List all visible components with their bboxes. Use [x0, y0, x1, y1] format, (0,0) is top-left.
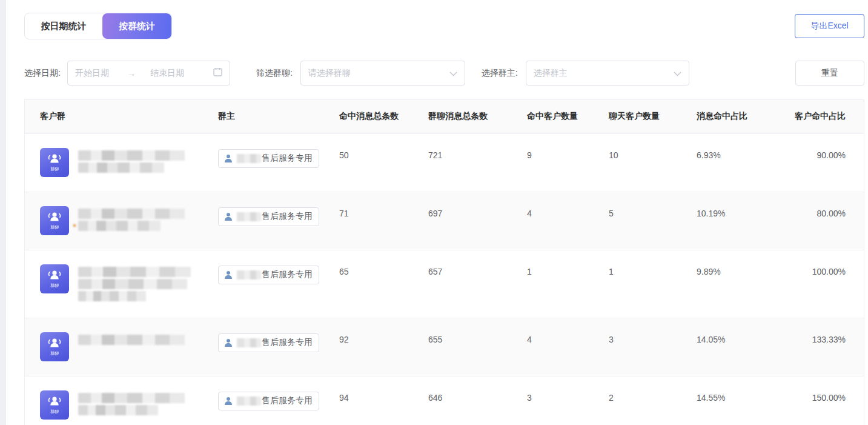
total-messages-value: 655	[428, 318, 527, 376]
owner-name-suffix: 售后服务专用	[262, 211, 313, 222]
redacted-text-line	[78, 405, 158, 415]
col-customer-hit-ratio: 客户命中占比	[781, 100, 864, 133]
owner-badge[interactable]: 售后服务专用	[218, 333, 319, 352]
group-chat-avatar-icon: 群聊	[40, 148, 69, 177]
table-row: 群聊 售后服务专用 50 721 9 10 6.93% 90.00%	[25, 133, 864, 192]
owner-badge[interactable]: 售后服务专用	[218, 207, 319, 226]
redacted-text-line	[78, 267, 191, 277]
export-excel-button[interactable]: 导出Excel	[795, 14, 864, 38]
tab-by-date[interactable]: 按日期统计	[25, 13, 102, 39]
customer-hit-ratio-value: 150.00%	[781, 376, 864, 425]
table-row: 群聊 售后服务专用 94 646 3 2 14.55% 150.00%	[25, 376, 864, 425]
table-row: 群聊 售后服务专用 92 655 4 3 14.05% 133.33%	[25, 318, 864, 376]
date-filter-label: 选择日期:	[24, 68, 61, 79]
avatar-label: 群聊	[50, 283, 59, 287]
hit-customers-value: 9	[527, 133, 609, 192]
message-hit-ratio-value: 14.55%	[697, 376, 781, 425]
group-owner-cell: 售后服务专用	[218, 133, 339, 192]
person-icon	[224, 397, 233, 406]
chat-customers-value: 10	[609, 133, 697, 192]
col-chat-customers: 聊天客户数量	[609, 100, 697, 133]
tab-by-group[interactable]: 按群统计	[102, 13, 171, 39]
message-hit-ratio-value: 9.89%	[697, 250, 781, 318]
redacted-text-line	[78, 162, 164, 173]
owner-filter-select[interactable]: 选择群主	[526, 61, 689, 85]
owner-name-suffix: 售后服务专用	[262, 337, 313, 348]
message-hit-ratio-value: 10.19%	[697, 192, 781, 250]
hit-messages-value: 94	[339, 376, 428, 425]
customer-hit-ratio-value: 90.00%	[781, 133, 864, 192]
group-owner-cell: 售后服务专用	[218, 318, 339, 376]
customer-group-cell: 群聊	[25, 133, 218, 192]
owner-badge[interactable]: 售后服务专用	[218, 266, 319, 284]
owner-name-redacted	[237, 154, 261, 163]
avatar-label: 群聊	[50, 409, 59, 413]
redacted-text-line	[78, 393, 185, 403]
group-chat-avatar-icon: 群聊	[40, 264, 69, 293]
person-icon	[224, 338, 233, 347]
date-end-placeholder[interactable]: 结束日期	[150, 68, 202, 79]
col-group-owner: 群主	[218, 100, 339, 133]
chevron-down-icon	[674, 68, 681, 79]
owner-badge[interactable]: 售后服务专用	[218, 149, 319, 168]
chat-customers-value: 2	[609, 376, 697, 425]
total-messages-value: 697	[428, 192, 527, 250]
group-filter-select[interactable]: 请选择群聊	[300, 61, 465, 85]
owner-name-suffix: 售后服务专用	[262, 269, 313, 280]
group-name-redacted	[78, 335, 185, 359]
customer-group-cell: 群聊	[25, 318, 218, 376]
col-hit-customers: 命中客户数量	[527, 100, 609, 133]
col-message-hit-ratio: 消息命中占比	[697, 100, 781, 133]
group-filter-placeholder: 请选择群聊	[308, 68, 449, 79]
chevron-down-icon	[449, 68, 457, 79]
total-messages-value: 721	[428, 133, 527, 192]
redacted-text-line	[78, 221, 161, 231]
hit-messages-value: 50	[339, 133, 428, 192]
table-row: 群聊 售后服务专用 71 697 4 5 10.19% 80.00%	[25, 192, 864, 250]
date-range-arrow-icon: →	[127, 69, 150, 78]
redacted-text-line	[78, 291, 146, 301]
chat-customers-value: 3	[609, 318, 697, 376]
person-icon	[224, 212, 233, 221]
group-name-redacted	[78, 393, 185, 417]
group-chat-avatar-icon: 群聊	[40, 332, 69, 361]
top-bar: 按日期统计 按群统计 导出Excel	[24, 13, 864, 39]
redacted-text-line	[78, 150, 185, 161]
redacted-text-line	[78, 335, 185, 345]
message-hit-ratio-value: 14.05%	[697, 318, 781, 376]
reset-button[interactable]: 重置	[795, 61, 864, 85]
group-statistics-table: 客户群 群主 命中消息总条数 群聊消息总条数 命中客户数量 聊天客户数量 消息命…	[24, 99, 864, 425]
customer-hit-ratio-value: 100.00%	[781, 250, 864, 318]
group-name-redacted	[78, 150, 185, 175]
redacted-text-line	[78, 209, 185, 219]
owner-name-suffix: 售后服务专用	[262, 395, 313, 406]
owner-name-redacted	[237, 270, 261, 279]
group-chat-avatar-icon: 群聊	[40, 390, 69, 420]
hit-customers-value: 4	[527, 318, 609, 376]
owner-filter-label: 选择群主:	[482, 68, 518, 79]
owner-badge[interactable]: 售后服务专用	[218, 392, 319, 410]
hit-customers-value: 1	[527, 250, 609, 318]
calendar-icon	[213, 67, 222, 79]
table-row: 群聊 售后服务专用 65 657 1 1 9.89% 100.00%	[25, 250, 864, 318]
total-messages-value: 646	[428, 376, 527, 425]
col-hit-messages: 命中消息总条数	[339, 100, 428, 133]
hit-messages-value: 92	[339, 318, 428, 376]
group-owner-cell: 售后服务专用	[218, 250, 339, 318]
group-name-redacted	[78, 267, 191, 303]
stat-mode-tabs: 按日期统计 按群统计	[24, 13, 172, 39]
col-customer-group: 客户群	[25, 100, 218, 133]
owner-name-redacted	[237, 397, 261, 406]
group-owner-cell: 售后服务专用	[218, 376, 339, 425]
customer-group-cell: 群聊	[25, 192, 218, 250]
statistics-page: 按日期统计 按群统计 导出Excel 选择日期: 开始日期 → 结束日期 筛选群…	[24, 13, 864, 425]
total-messages-value: 657	[428, 250, 527, 318]
person-icon	[224, 154, 233, 163]
filter-row: 选择日期: 开始日期 → 结束日期 筛选群聊: 请选择群聊 选择群主: 选择群主…	[24, 61, 864, 85]
table-header-row: 客户群 群主 命中消息总条数 群聊消息总条数 命中客户数量 聊天客户数量 消息命…	[25, 100, 864, 133]
date-start-placeholder[interactable]: 开始日期	[75, 68, 127, 79]
date-range-picker[interactable]: 开始日期 → 结束日期	[67, 61, 230, 85]
customer-hit-ratio-value: 80.00%	[781, 192, 864, 250]
owner-filter-placeholder: 选择群主	[534, 68, 674, 79]
customer-hit-ratio-value: 133.33%	[781, 318, 864, 376]
